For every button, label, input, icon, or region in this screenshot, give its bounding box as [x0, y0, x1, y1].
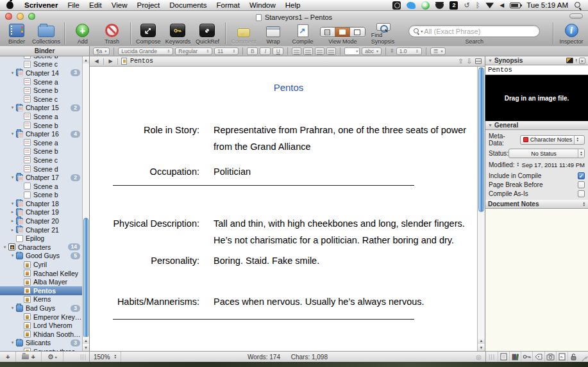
disclosure-open-icon[interactable]: ▾ — [9, 340, 16, 345]
align-right-button[interactable] — [315, 47, 324, 55]
binder-item-scene-c[interactable]: Scene c — [0, 95, 82, 104]
bold-button[interactable]: B — [247, 47, 258, 55]
list-popup[interactable]: ☰▾ — [430, 47, 446, 55]
pane-drag-grip[interactable]: ||| — [78, 354, 89, 360]
disclosure-open-icon[interactable]: ▾ — [9, 253, 16, 258]
scroll-down-arrow[interactable]: ▼ — [478, 344, 485, 351]
disclosure-closed-icon[interactable]: ▸ — [9, 218, 16, 224]
binder-item-scene-b[interactable]: Scene b — [0, 121, 82, 130]
italic-button[interactable]: I — [260, 47, 271, 55]
binder-item-scene-a[interactable]: Scene a — [0, 112, 82, 121]
disclosure-open-icon[interactable]: ▾ — [9, 201, 16, 206]
status-badge-2-icon[interactable]: 2 — [449, 1, 458, 10]
menu-item-window[interactable]: Window — [249, 1, 276, 9]
binder-item-khidan-soothsayer[interactable]: Khidan Soothsayer — [0, 330, 82, 339]
view-mode-outline-button[interactable] — [350, 28, 365, 37]
scroll-up-arrow[interactable]: ▲ — [83, 337, 89, 344]
apple-menu-icon[interactable] — [6, 1, 13, 9]
zoom-window-button[interactable] — [28, 13, 35, 20]
binder-item-chatper-17[interactable]: ▾Chatper 172 — [0, 173, 82, 182]
disclosure-open-icon[interactable]: ▼ — [488, 58, 492, 63]
underline-button[interactable]: U — [273, 47, 283, 55]
disclosure-open-icon[interactable]: ▼ — [488, 123, 492, 127]
binder-item-chapter-21[interactable]: ▸Chapter 21 — [0, 225, 82, 234]
binder-item-cyril[interactable]: Cyril — [0, 260, 82, 269]
synopsis-close-icon[interactable]: ✕ — [579, 58, 585, 64]
forward-button[interactable]: ▶ — [106, 58, 115, 64]
quickref-button[interactable]: QuickRef — [196, 21, 219, 45]
document-notes-header[interactable]: Document Notes ▲▼ — [485, 200, 588, 209]
binder-button[interactable]: Binder — [5, 21, 28, 45]
metadata-tab-button[interactable] — [532, 352, 544, 362]
disclosure-open-icon[interactable]: ▾ — [9, 175, 16, 180]
binder-item-scene-b[interactable]: Scene b — [0, 191, 82, 200]
footnotes-tab-button[interactable]: n. — [556, 352, 567, 362]
binder-item-scene-a[interactable]: Scene a — [0, 138, 82, 147]
binder-item-emperor-krey-n-[interactable]: Emperor Krey-N… — [0, 313, 82, 322]
binder-item-characters[interactable]: ▾Characters14 — [0, 243, 82, 252]
status-app-icon[interactable] — [392, 1, 401, 10]
binder-item-chapter-15[interactable]: ▾Chapter 152 — [0, 104, 82, 113]
binder-item-chapter-19[interactable]: ▸Chapter 19 — [0, 208, 82, 217]
notes-popup-stepper-icon[interactable]: ▲▼ — [583, 202, 585, 207]
status-coffee-icon[interactable] — [435, 3, 444, 9]
notes-tab-button[interactable] — [498, 352, 509, 362]
search-input[interactable] — [424, 28, 535, 35]
binder-item-seventy-three[interactable]: Seventy-three — [0, 347, 82, 351]
binder-item-scene-b[interactable]: Scene b — [0, 147, 82, 156]
scroll-up-arrow[interactable]: ▲ — [83, 56, 89, 63]
move-down-icon[interactable]: ⇩ — [467, 58, 472, 65]
binder-item-scene-b[interactable]: Scene b — [0, 86, 82, 95]
line-spacing-popup[interactable]: 1.0⇕ — [396, 47, 422, 55]
disclosure-open-icon[interactable]: ▾ — [9, 306, 16, 311]
status-popup[interactable]: No Status ▲▼ — [508, 149, 585, 158]
general-header[interactable]: ▼ General — [485, 121, 588, 130]
twitter-icon[interactable] — [407, 2, 416, 9]
scroll-up-arrow[interactable]: ▲ — [478, 337, 485, 344]
checkbox[interactable] — [578, 190, 585, 197]
binder-item-rachael-kelley[interactable]: Rachael Kelley — [0, 269, 82, 278]
pane-drag-grip[interactable]: ||| — [486, 354, 498, 360]
disclosure-open-icon[interactable]: ▾ — [1, 245, 8, 250]
checkbox[interactable] — [578, 181, 585, 188]
trash-button[interactable]: Trash — [101, 21, 124, 45]
menu-item-format[interactable]: Format — [216, 1, 239, 9]
references-tab-button[interactable] — [509, 352, 521, 362]
action-menu-button[interactable]: ⚙▾ — [42, 352, 63, 362]
binder-scrollbar[interactable]: ▲ ▲ ▼ — [82, 56, 89, 351]
binder-scrollbar-thumb[interactable] — [83, 218, 88, 338]
menu-item-view[interactable]: View — [112, 1, 128, 9]
synopsis-image-drop-area[interactable]: Drag in an image file. — [485, 75, 588, 121]
binder-item-good-guys[interactable]: ▾Good Guys5 — [0, 252, 82, 261]
binder-item-scene-a[interactable]: Scene a — [0, 77, 82, 86]
menu-item-file[interactable]: File — [67, 1, 80, 9]
battery-icon[interactable] — [510, 3, 521, 8]
date-stepper-icon[interactable]: ▲▼ — [517, 162, 519, 167]
keywords-button[interactable]: Keywords — [166, 21, 189, 45]
menu-item-help[interactable]: Help — [285, 1, 301, 9]
minimize-window-button[interactable] — [17, 13, 24, 20]
editor-text-area[interactable]: PentosRole in Story:Representative from … — [90, 67, 477, 351]
meta-data-popup[interactable]: Character Notes ▲▼ — [520, 135, 585, 145]
view-mode-document-button[interactable] — [321, 28, 335, 37]
volume-icon[interactable]: ◀ — [500, 2, 504, 8]
collections-button[interactable]: Collections — [35, 21, 58, 45]
binder-item-chapter-18[interactable]: ▾Chapter 18 — [0, 199, 82, 208]
binder-item-scene-d[interactable]: Scene d — [0, 165, 82, 174]
binder-item-chapter-16[interactable]: ▾Chapter 164 — [0, 129, 82, 138]
synopsis-header[interactable]: ▼ Synopsis ⁞ ✕ — [485, 56, 588, 65]
menu-item-scrivener[interactable]: Scrivener — [24, 1, 58, 9]
time-machine-icon[interactable]: ↺ — [464, 1, 469, 10]
close-window-button[interactable] — [5, 13, 12, 20]
wifi-icon[interactable] — [485, 2, 494, 8]
align-left-button[interactable] — [292, 47, 301, 55]
checkbox[interactable]: ✓ — [578, 172, 585, 179]
find-synopsis-button[interactable]: Find Synopsis — [371, 21, 396, 45]
binder-item-lord-vherom[interactable]: Lord Vherom — [0, 321, 82, 330]
binder-item-pentos[interactable]: Pentos — [0, 286, 82, 295]
search-field[interactable]: ▾ — [408, 25, 540, 37]
comment-button[interactable]: Comment — [232, 21, 255, 45]
editor-scrollbar[interactable]: ▲ ▼ — [477, 67, 485, 351]
inspector-button[interactable]: i Inspector — [560, 21, 583, 45]
binder-item-chapter-14[interactable]: ▾Chapter 143 — [0, 69, 82, 77]
